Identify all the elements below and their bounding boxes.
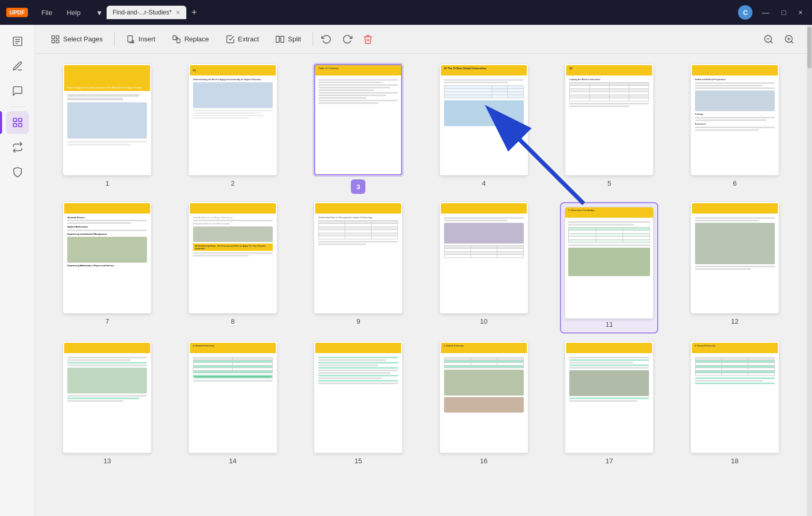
svg-rect-8 [52,36,54,38]
select-pages-button[interactable]: Select Pages [43,32,110,47]
sidebar-read-icon[interactable] [6,30,29,53]
svg-rect-5 [18,118,21,122]
tab-close-button[interactable]: × [176,8,180,17]
page-num-17: 17 [606,457,613,465]
page-num-12: 12 [731,317,739,325]
page-item-6[interactable]: Health and Medical Preparation Zoology E… [675,64,795,194]
toolbar-sep-2 [313,32,313,47]
page-thumb-5[interactable]: 03 Leading the World in Education [565,64,653,175]
sidebar-convert-icon[interactable] [6,136,29,159]
page-item-12[interactable]: 12 [675,202,795,333]
page-item-1[interactable]: Find and Apply For the Best Institutes I… [48,64,167,194]
sidebar [0,25,35,516]
page-item-4[interactable]: 02 The 10 Best Global Universities [424,64,544,194]
sidebar-edit-icon[interactable] [6,55,29,78]
new-tab-button[interactable]: + [188,7,200,18]
page-num-6: 6 [733,179,736,187]
page-thumb-17[interactable] [565,342,653,453]
split-label: Split [288,35,301,43]
page-thumb-4[interactable]: 02 The 10 Best Global Universities [440,64,528,175]
tab-label: Find-and-...r-Studies* [113,9,172,16]
rotate-left-button[interactable] [317,30,336,49]
page-num-15: 15 [355,457,362,465]
page-thumb-6[interactable]: Health and Medical Preparation Zoology E… [691,64,779,175]
titlebar-right: C — □ × [738,5,806,20]
updf-logo: UPDF [6,8,28,17]
scrollbar-thumb[interactable] [807,27,811,68]
page-thumb-12[interactable] [691,202,779,313]
page-thumb-15[interactable] [314,342,402,453]
page-thumb-10[interactable] [440,202,528,313]
delete-button[interactable] [359,30,377,49]
avatar[interactable]: C [738,5,752,20]
active-indicator [0,111,2,134]
extract-button[interactable]: Extract [218,32,266,47]
page-item-15[interactable]: 15 [299,342,418,465]
zoom-in-button[interactable] [780,30,799,49]
svg-rect-12 [128,36,132,42]
page-item-5[interactable]: 03 Leading the World in Education [550,64,669,194]
close-button[interactable]: × [795,8,806,17]
page-thumb-18[interactable]: 5. Harvard University [691,342,779,453]
page-num-13: 13 [104,457,111,465]
page-num-1: 1 [106,179,109,187]
svg-line-25 [791,41,793,43]
page-item-9[interactable]: Scholarship Rules for Pennsylvania Insti… [299,202,418,333]
toolbar-right [759,30,799,49]
page-item-8[interactable]: Naval Architecture and Marine Engineerin… [173,202,293,333]
rotate-right-button[interactable] [338,30,357,49]
page-item-13[interactable]: 13 [48,342,167,465]
pages-area[interactable]: Find and Apply For the Best Institutes I… [35,54,807,516]
page-thumb-13[interactable] [63,342,151,453]
active-tab[interactable]: Find-and-...r-Studies* × [107,6,186,19]
pages-grid: Find and Apply For the Best Institutes I… [48,64,794,465]
main-layout: Select Pages Insert Replace Extract [0,25,812,516]
page-thumb-14[interactable]: 4. Stanford University [189,342,277,453]
page-item-18[interactable]: 5. Harvard University [675,342,795,465]
page-item-7[interactable]: Actuarial Science Applied Mathematics En… [48,202,167,333]
sidebar-organize-icon[interactable] [6,111,29,134]
page-num-8: 8 [231,317,234,325]
page-item-14[interactable]: 4. Stanford University [173,342,293,465]
replace-button[interactable]: Replace [165,32,216,47]
minimize-button[interactable]: — [759,8,772,17]
file-menu[interactable]: File [36,7,57,19]
insert-label: Insert [139,35,156,43]
page-item-11[interactable]: 3. University of Cambridge [550,202,669,333]
page-item-16[interactable]: 5. Oxford University [424,342,544,465]
scrollbar-track[interactable] [807,25,812,516]
page-item-3[interactable]: Table of Contents [299,64,418,194]
page-num-7: 7 [106,317,109,325]
page-thumb-8[interactable]: Naval Architecture and Marine Engineerin… [189,202,277,313]
page-thumb-11[interactable]: 3. University of Cambridge [565,207,653,318]
page-thumb-2[interactable]: 01 Understanding the Need to Apply Inter… [189,64,277,175]
svg-rect-11 [56,40,59,42]
tab-dropdown[interactable]: ▾ [94,8,105,18]
insert-button[interactable]: Insert [119,32,163,47]
page-item-10[interactable]: 10 [424,202,544,333]
page-item-17[interactable]: 17 [550,342,669,465]
page-num-2: 2 [231,179,234,187]
page-thumb-16[interactable]: 5. Oxford University [440,342,528,453]
svg-rect-18 [276,36,279,42]
page-num-16: 16 [480,457,488,465]
page-num-18: 18 [731,457,739,465]
extract-label: Extract [238,35,259,43]
zoom-out-button[interactable] [759,30,778,49]
sidebar-protect-icon[interactable] [6,161,29,184]
maximize-button[interactable]: □ [778,8,789,17]
toolbar: Select Pages Insert Replace Extract [35,25,807,54]
sidebar-divider-1 [9,107,26,107]
split-button[interactable]: Split [268,32,308,47]
page-thumb-7[interactable]: Actuarial Science Applied Mathematics En… [63,202,151,313]
sidebar-comment-icon[interactable] [6,80,29,102]
page-thumb-9[interactable]: Scholarship Rules for Pennsylvania Insti… [314,202,402,313]
page-num-10: 10 [480,317,488,325]
page-num-4: 4 [482,179,485,187]
page-num-14: 14 [229,457,237,465]
page-thumb-3[interactable]: Table of Contents [314,64,402,175]
svg-rect-4 [13,118,16,122]
help-menu[interactable]: Help [62,7,86,19]
page-thumb-1[interactable]: Find and Apply For the Best Institutes I… [63,64,151,175]
page-item-2[interactable]: 01 Understanding the Need to Apply Inter… [173,64,293,194]
